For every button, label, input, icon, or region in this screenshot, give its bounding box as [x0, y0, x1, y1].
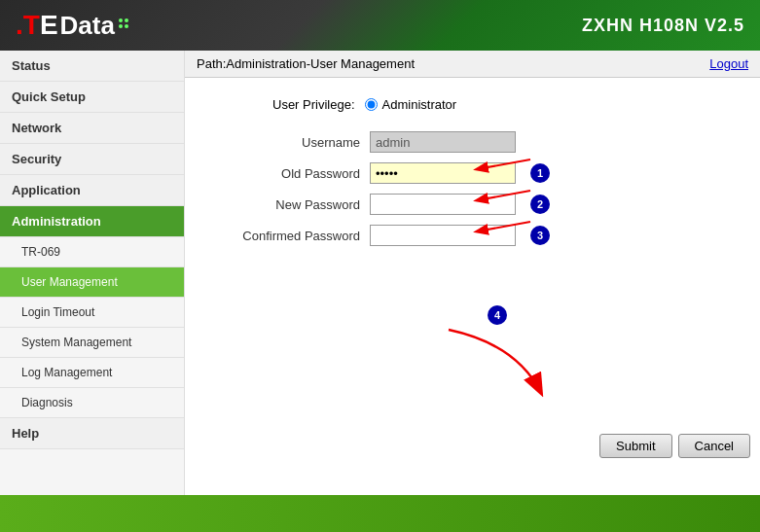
form-container: Username Old Password 1 [214, 131, 731, 246]
logo-data: Data [60, 11, 115, 41]
cancel-button[interactable]: Cancel [678, 434, 750, 458]
sidebar-item-network[interactable]: Network [0, 113, 184, 144]
svg-point-0 [119, 18, 123, 22]
sidebar-item-diagnosis[interactable]: Diagnosis [0, 388, 184, 418]
sidebar-item-quick-setup[interactable]: Quick Setup [0, 82, 184, 113]
sidebar-item-login-timeout[interactable]: Login Timeout [0, 298, 184, 328]
svg-point-3 [125, 24, 128, 28]
confirmed-password-row: Confirmed Password 3 [214, 225, 731, 246]
sidebar-item-system-management[interactable]: System Management [0, 328, 184, 358]
logout-link[interactable]: Logout [709, 56, 748, 71]
annotation-4-area: 4 [439, 305, 556, 403]
privilege-value: Administrator [382, 97, 457, 112]
sidebar-item-log-management[interactable]: Log Management [0, 358, 184, 388]
username-input [370, 131, 516, 153]
svg-point-2 [119, 24, 123, 28]
content-wrapper: Path:Administration-User Management Logo… [185, 51, 760, 495]
sidebar-item-administration[interactable]: Administration [0, 206, 184, 237]
sidebar-item-user-management[interactable]: User Management [0, 267, 184, 298]
button-area: Submit Cancel [599, 434, 750, 458]
path-bar: Path:Administration-User Management Logo… [185, 51, 760, 78]
submit-button[interactable]: Submit [599, 434, 671, 458]
sidebar-item-tr069[interactable]: TR-069 [0, 237, 184, 267]
content: Path:Administration-User Management Logo… [185, 51, 760, 275]
confirmed-password-label: Confirmed Password [214, 229, 370, 243]
svg-point-1 [125, 18, 128, 22]
username-row: Username [214, 131, 731, 153]
sidebar-item-application[interactable]: Application [0, 175, 184, 206]
user-privilege-label: User Privilege: [272, 97, 355, 112]
header-title: ZXHN H108N V2.5 [582, 16, 744, 36]
user-privilege-radio: Administrator [365, 97, 457, 112]
app-root: .TE Data ZXHN H108N V2.5 Status Quick Se… [0, 0, 760, 532]
sidebar: Status Quick Setup Network Security Appl… [0, 51, 185, 495]
privilege-radio[interactable] [365, 98, 378, 111]
form-area: User Privilege: Administrator Username [185, 78, 760, 275]
sidebar-item-help[interactable]: Help [0, 418, 184, 449]
sidebar-item-status[interactable]: Status [0, 51, 184, 82]
breadcrumb: Path:Administration-User Management [197, 56, 415, 71]
sidebar-item-security[interactable]: Security [0, 144, 184, 175]
username-label: Username [214, 135, 370, 150]
arrow-3-icon [457, 217, 535, 246]
user-privilege-row: User Privilege: Administrator [272, 97, 731, 112]
new-password-label: New Password [214, 197, 370, 212]
header: .TE Data ZXHN H108N V2.5 [0, 0, 760, 51]
logo: .TE Data [16, 10, 131, 41]
old-password-row: Old Password 1 [214, 162, 731, 184]
main-layout: Status Quick Setup Network Security Appl… [0, 51, 760, 495]
arrow-1-icon [457, 155, 535, 184]
logo-dots-icon [118, 18, 131, 31]
old-password-label: Old Password [214, 166, 370, 181]
new-password-row: New Password 2 [214, 194, 731, 215]
annotation-4: 4 [488, 305, 507, 325]
footer-green-bar [0, 495, 760, 532]
arrow-4-icon [439, 325, 556, 403]
arrow-2-icon [457, 186, 535, 215]
